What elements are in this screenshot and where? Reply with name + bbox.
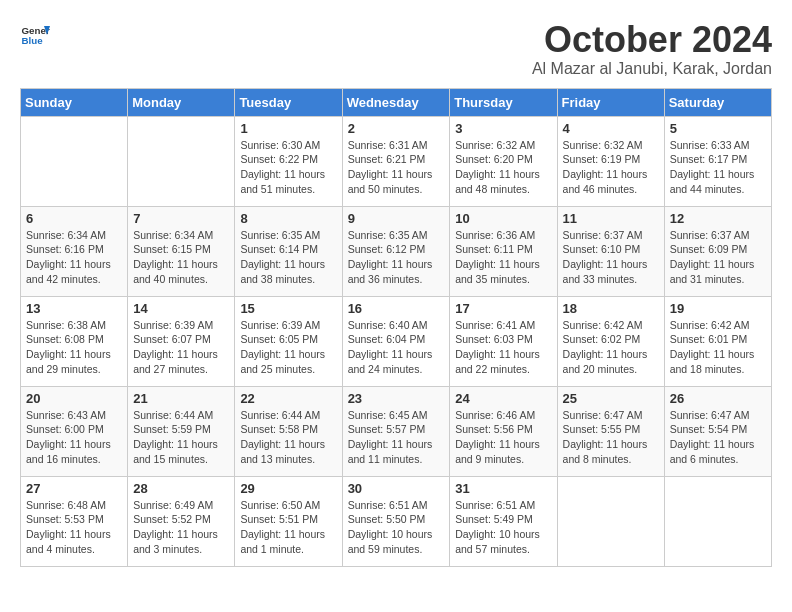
day-number: 14: [133, 301, 229, 316]
day-number: 19: [670, 301, 766, 316]
day-info: Sunrise: 6:42 AM Sunset: 6:01 PM Dayligh…: [670, 318, 766, 377]
day-number: 3: [455, 121, 551, 136]
day-info: Sunrise: 6:33 AM Sunset: 6:17 PM Dayligh…: [670, 138, 766, 197]
day-info: Sunrise: 6:42 AM Sunset: 6:02 PM Dayligh…: [563, 318, 659, 377]
calendar-cell: 27Sunrise: 6:48 AM Sunset: 5:53 PM Dayli…: [21, 476, 128, 566]
calendar-header-row: SundayMondayTuesdayWednesdayThursdayFrid…: [21, 88, 772, 116]
calendar-cell: 18Sunrise: 6:42 AM Sunset: 6:02 PM Dayli…: [557, 296, 664, 386]
day-info: Sunrise: 6:34 AM Sunset: 6:15 PM Dayligh…: [133, 228, 229, 287]
day-info: Sunrise: 6:40 AM Sunset: 6:04 PM Dayligh…: [348, 318, 445, 377]
calendar-cell: [664, 476, 771, 566]
day-info: Sunrise: 6:35 AM Sunset: 6:14 PM Dayligh…: [240, 228, 336, 287]
calendar-cell: 9Sunrise: 6:35 AM Sunset: 6:12 PM Daylig…: [342, 206, 450, 296]
calendar-cell: 13Sunrise: 6:38 AM Sunset: 6:08 PM Dayli…: [21, 296, 128, 386]
day-number: 30: [348, 481, 445, 496]
calendar-cell: 12Sunrise: 6:37 AM Sunset: 6:09 PM Dayli…: [664, 206, 771, 296]
day-number: 11: [563, 211, 659, 226]
day-number: 13: [26, 301, 122, 316]
calendar-cell: 3Sunrise: 6:32 AM Sunset: 6:20 PM Daylig…: [450, 116, 557, 206]
day-info: Sunrise: 6:38 AM Sunset: 6:08 PM Dayligh…: [26, 318, 122, 377]
calendar-cell: 19Sunrise: 6:42 AM Sunset: 6:01 PM Dayli…: [664, 296, 771, 386]
calendar-cell: 24Sunrise: 6:46 AM Sunset: 5:56 PM Dayli…: [450, 386, 557, 476]
day-number: 22: [240, 391, 336, 406]
calendar-cell: 6Sunrise: 6:34 AM Sunset: 6:16 PM Daylig…: [21, 206, 128, 296]
day-info: Sunrise: 6:48 AM Sunset: 5:53 PM Dayligh…: [26, 498, 122, 557]
svg-text:Blue: Blue: [22, 35, 44, 46]
day-number: 10: [455, 211, 551, 226]
day-info: Sunrise: 6:37 AM Sunset: 6:09 PM Dayligh…: [670, 228, 766, 287]
calendar-cell: 31Sunrise: 6:51 AM Sunset: 5:49 PM Dayli…: [450, 476, 557, 566]
weekday-header: Sunday: [21, 88, 128, 116]
day-info: Sunrise: 6:43 AM Sunset: 6:00 PM Dayligh…: [26, 408, 122, 467]
weekday-header: Friday: [557, 88, 664, 116]
calendar-cell: [557, 476, 664, 566]
calendar-week-row: 6Sunrise: 6:34 AM Sunset: 6:16 PM Daylig…: [21, 206, 772, 296]
day-info: Sunrise: 6:51 AM Sunset: 5:49 PM Dayligh…: [455, 498, 551, 557]
calendar-cell: [21, 116, 128, 206]
day-number: 28: [133, 481, 229, 496]
day-number: 6: [26, 211, 122, 226]
calendar-cell: 8Sunrise: 6:35 AM Sunset: 6:14 PM Daylig…: [235, 206, 342, 296]
day-number: 2: [348, 121, 445, 136]
day-number: 23: [348, 391, 445, 406]
day-info: Sunrise: 6:46 AM Sunset: 5:56 PM Dayligh…: [455, 408, 551, 467]
day-info: Sunrise: 6:39 AM Sunset: 6:07 PM Dayligh…: [133, 318, 229, 377]
day-number: 8: [240, 211, 336, 226]
day-info: Sunrise: 6:39 AM Sunset: 6:05 PM Dayligh…: [240, 318, 336, 377]
day-info: Sunrise: 6:32 AM Sunset: 6:20 PM Dayligh…: [455, 138, 551, 197]
day-info: Sunrise: 6:49 AM Sunset: 5:52 PM Dayligh…: [133, 498, 229, 557]
calendar-cell: 10Sunrise: 6:36 AM Sunset: 6:11 PM Dayli…: [450, 206, 557, 296]
calendar-cell: 17Sunrise: 6:41 AM Sunset: 6:03 PM Dayli…: [450, 296, 557, 386]
logo-icon: General Blue: [20, 20, 50, 50]
day-info: Sunrise: 6:31 AM Sunset: 6:21 PM Dayligh…: [348, 138, 445, 197]
calendar-cell: 29Sunrise: 6:50 AM Sunset: 5:51 PM Dayli…: [235, 476, 342, 566]
day-number: 24: [455, 391, 551, 406]
calendar-cell: 28Sunrise: 6:49 AM Sunset: 5:52 PM Dayli…: [128, 476, 235, 566]
calendar-cell: 20Sunrise: 6:43 AM Sunset: 6:00 PM Dayli…: [21, 386, 128, 476]
day-number: 17: [455, 301, 551, 316]
day-info: Sunrise: 6:41 AM Sunset: 6:03 PM Dayligh…: [455, 318, 551, 377]
day-number: 26: [670, 391, 766, 406]
calendar-week-row: 13Sunrise: 6:38 AM Sunset: 6:08 PM Dayli…: [21, 296, 772, 386]
calendar-week-row: 20Sunrise: 6:43 AM Sunset: 6:00 PM Dayli…: [21, 386, 772, 476]
calendar-cell: 5Sunrise: 6:33 AM Sunset: 6:17 PM Daylig…: [664, 116, 771, 206]
day-info: Sunrise: 6:34 AM Sunset: 6:16 PM Dayligh…: [26, 228, 122, 287]
calendar-cell: [128, 116, 235, 206]
weekday-header: Thursday: [450, 88, 557, 116]
day-info: Sunrise: 6:44 AM Sunset: 5:58 PM Dayligh…: [240, 408, 336, 467]
day-number: 31: [455, 481, 551, 496]
day-number: 29: [240, 481, 336, 496]
calendar-cell: 16Sunrise: 6:40 AM Sunset: 6:04 PM Dayli…: [342, 296, 450, 386]
day-info: Sunrise: 6:35 AM Sunset: 6:12 PM Dayligh…: [348, 228, 445, 287]
day-number: 1: [240, 121, 336, 136]
day-number: 7: [133, 211, 229, 226]
calendar-cell: 21Sunrise: 6:44 AM Sunset: 5:59 PM Dayli…: [128, 386, 235, 476]
calendar-week-row: 1Sunrise: 6:30 AM Sunset: 6:22 PM Daylig…: [21, 116, 772, 206]
weekday-header: Saturday: [664, 88, 771, 116]
calendar-cell: 2Sunrise: 6:31 AM Sunset: 6:21 PM Daylig…: [342, 116, 450, 206]
calendar-cell: 22Sunrise: 6:44 AM Sunset: 5:58 PM Dayli…: [235, 386, 342, 476]
day-number: 25: [563, 391, 659, 406]
calendar-cell: 15Sunrise: 6:39 AM Sunset: 6:05 PM Dayli…: [235, 296, 342, 386]
day-info: Sunrise: 6:30 AM Sunset: 6:22 PM Dayligh…: [240, 138, 336, 197]
calendar-cell: 7Sunrise: 6:34 AM Sunset: 6:15 PM Daylig…: [128, 206, 235, 296]
calendar-cell: 23Sunrise: 6:45 AM Sunset: 5:57 PM Dayli…: [342, 386, 450, 476]
day-number: 9: [348, 211, 445, 226]
month-title: October 2024: [532, 20, 772, 60]
calendar-cell: 1Sunrise: 6:30 AM Sunset: 6:22 PM Daylig…: [235, 116, 342, 206]
day-info: Sunrise: 6:32 AM Sunset: 6:19 PM Dayligh…: [563, 138, 659, 197]
day-number: 15: [240, 301, 336, 316]
logo: General Blue: [20, 20, 54, 50]
day-number: 16: [348, 301, 445, 316]
calendar-cell: 26Sunrise: 6:47 AM Sunset: 5:54 PM Dayli…: [664, 386, 771, 476]
day-number: 12: [670, 211, 766, 226]
calendar-table: SundayMondayTuesdayWednesdayThursdayFrid…: [20, 88, 772, 567]
day-info: Sunrise: 6:47 AM Sunset: 5:54 PM Dayligh…: [670, 408, 766, 467]
day-number: 4: [563, 121, 659, 136]
location: Al Mazar al Janubi, Karak, Jordan: [532, 60, 772, 78]
page-header: General Blue October 2024 Al Mazar al Ja…: [20, 20, 772, 78]
day-info: Sunrise: 6:51 AM Sunset: 5:50 PM Dayligh…: [348, 498, 445, 557]
day-info: Sunrise: 6:36 AM Sunset: 6:11 PM Dayligh…: [455, 228, 551, 287]
day-info: Sunrise: 6:44 AM Sunset: 5:59 PM Dayligh…: [133, 408, 229, 467]
calendar-cell: 14Sunrise: 6:39 AM Sunset: 6:07 PM Dayli…: [128, 296, 235, 386]
